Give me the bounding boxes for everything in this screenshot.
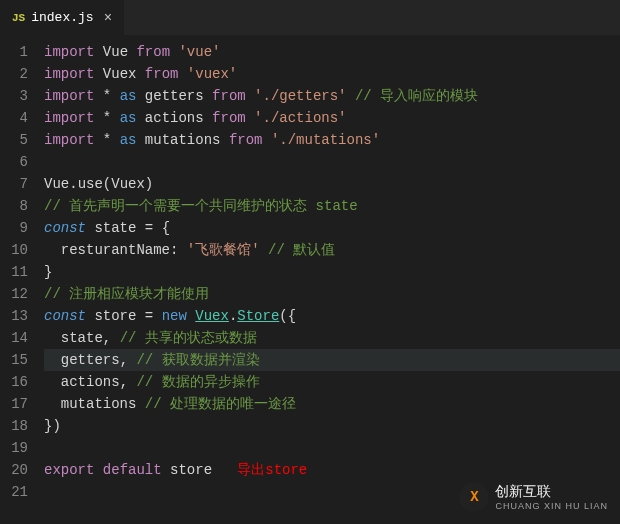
token-ident: Vuex bbox=[94, 66, 144, 82]
token-punct: * bbox=[94, 88, 119, 104]
line-number: 10 bbox=[0, 239, 28, 261]
code-line[interactable]: import Vue from 'vue' bbox=[44, 41, 620, 63]
token-kw-import: from bbox=[212, 110, 246, 126]
line-number: 18 bbox=[0, 415, 28, 437]
token-punct: (Vuex) bbox=[103, 176, 153, 192]
token-annot: 导出store bbox=[237, 462, 307, 478]
token-kw-export: export bbox=[44, 462, 94, 478]
code-line[interactable]: mutations // 处理数据的唯一途径 bbox=[44, 393, 620, 415]
token-kw-import: import bbox=[44, 44, 94, 60]
watermark: X 创新互联 CHUANG XIN HU LIAN bbox=[459, 482, 608, 512]
token-ident: getters bbox=[44, 352, 120, 368]
token-kw-export: default bbox=[103, 462, 162, 478]
token-kw-import: import bbox=[44, 110, 94, 126]
code-line[interactable]: Vue.use(Vuex) bbox=[44, 173, 620, 195]
code-line[interactable] bbox=[44, 437, 620, 459]
line-number: 13 bbox=[0, 305, 28, 327]
line-number: 5 bbox=[0, 129, 28, 151]
line-number: 2 bbox=[0, 63, 28, 85]
code-line[interactable]: import * as actions from './actions' bbox=[44, 107, 620, 129]
token-ident: store bbox=[86, 308, 145, 324]
token-ident: Vue bbox=[94, 44, 136, 60]
token-ident: actions bbox=[44, 374, 120, 390]
tab-bar: JS index.js × bbox=[0, 0, 620, 35]
token-comment: // 数据的异步操作 bbox=[136, 374, 259, 390]
tab-indexjs[interactable]: JS index.js × bbox=[0, 0, 125, 35]
token-comment: // 获取数据并渲染 bbox=[136, 352, 259, 368]
token-class-name: Vuex bbox=[195, 308, 229, 324]
token-kw-import: import bbox=[44, 88, 94, 104]
code-line[interactable]: actions, // 数据的异步操作 bbox=[44, 371, 620, 393]
code-line[interactable]: state, // 共享的状态或数据 bbox=[44, 327, 620, 349]
token-ident: resturantName bbox=[44, 242, 170, 258]
code-line[interactable]: const state = { bbox=[44, 217, 620, 239]
token-kw-import: from bbox=[136, 44, 170, 60]
line-number: 6 bbox=[0, 151, 28, 173]
token-comment: // 首先声明一个需要一个共同维护的状态 state bbox=[44, 198, 358, 214]
token-kw-as: as bbox=[120, 132, 137, 148]
token-punct: } bbox=[44, 264, 52, 280]
token-comment: // 共享的状态或数据 bbox=[120, 330, 257, 346]
token-kw-import: import bbox=[44, 132, 94, 148]
token-string: './mutations' bbox=[262, 132, 380, 148]
token-punct bbox=[94, 462, 102, 478]
code-line[interactable]: // 首先声明一个需要一个共同维护的状态 state bbox=[44, 195, 620, 217]
token-kw-as: as bbox=[120, 110, 137, 126]
token-ident: state bbox=[86, 220, 145, 236]
code-line[interactable] bbox=[44, 151, 620, 173]
token-comment: // 处理数据的唯一途径 bbox=[145, 396, 296, 412]
code-line[interactable]: export default store 导出store bbox=[44, 459, 620, 481]
token-punct: * bbox=[94, 110, 119, 126]
code-line[interactable]: }) bbox=[44, 415, 620, 437]
token-punct: }) bbox=[44, 418, 61, 434]
token-kw-import: from bbox=[229, 132, 263, 148]
token-string: '飞歌餐馆' bbox=[187, 242, 260, 258]
token-ident: state bbox=[44, 330, 103, 346]
token-comment: // 默认值 bbox=[260, 242, 336, 258]
watermark-brand: 创新互联 bbox=[495, 483, 608, 501]
token-punct: , bbox=[120, 352, 137, 368]
line-number: 19 bbox=[0, 437, 28, 459]
token-prop-store: Store bbox=[237, 308, 279, 324]
token-kw-const: const bbox=[44, 220, 86, 236]
close-icon[interactable]: × bbox=[104, 10, 112, 26]
token-punct: ({ bbox=[279, 308, 296, 324]
line-number: 12 bbox=[0, 283, 28, 305]
token-comment: // 导入响应的模块 bbox=[347, 88, 479, 104]
token-string: './actions' bbox=[246, 110, 347, 126]
token-punct: : bbox=[170, 242, 187, 258]
line-number: 3 bbox=[0, 85, 28, 107]
js-file-icon: JS bbox=[12, 12, 25, 24]
code-line[interactable]: import * as mutations from './mutations' bbox=[44, 129, 620, 151]
code-line[interactable]: resturantName: '飞歌餐馆' // 默认值 bbox=[44, 239, 620, 261]
watermark-sub: CHUANG XIN HU LIAN bbox=[495, 501, 608, 511]
code-line[interactable]: const store = new Vuex.Store({ bbox=[44, 305, 620, 327]
line-number: 17 bbox=[0, 393, 28, 415]
line-number-gutter: 123456789101112131415161718192021 bbox=[0, 35, 44, 524]
code-area[interactable]: import Vue from 'vue'import Vuex from 'v… bbox=[44, 35, 620, 524]
line-number: 8 bbox=[0, 195, 28, 217]
code-line[interactable]: getters, // 获取数据并渲染 bbox=[44, 349, 620, 371]
token-ident: store bbox=[162, 462, 238, 478]
line-number: 16 bbox=[0, 371, 28, 393]
token-punct: , bbox=[120, 374, 137, 390]
watermark-logo-icon: X bbox=[459, 482, 489, 512]
line-number: 14 bbox=[0, 327, 28, 349]
line-number: 11 bbox=[0, 261, 28, 283]
token-ident: mutations bbox=[136, 132, 228, 148]
tab-filename: index.js bbox=[31, 10, 93, 25]
code-line[interactable]: // 注册相应模块才能使用 bbox=[44, 283, 620, 305]
token-comment: // 注册相应模块才能使用 bbox=[44, 286, 209, 302]
token-string: './getters' bbox=[246, 88, 347, 104]
token-string: 'vue' bbox=[170, 44, 220, 60]
token-kw-import: from bbox=[145, 66, 179, 82]
line-number: 1 bbox=[0, 41, 28, 63]
code-line[interactable]: import * as getters from './getters' // … bbox=[44, 85, 620, 107]
code-line[interactable]: import Vuex from 'vuex' bbox=[44, 63, 620, 85]
code-line[interactable]: } bbox=[44, 261, 620, 283]
code-editor[interactable]: 123456789101112131415161718192021 import… bbox=[0, 35, 620, 524]
token-kw-new: new bbox=[162, 308, 187, 324]
token-kw-const: const bbox=[44, 308, 86, 324]
line-number: 15 bbox=[0, 349, 28, 371]
token-ident: mutations bbox=[44, 396, 145, 412]
